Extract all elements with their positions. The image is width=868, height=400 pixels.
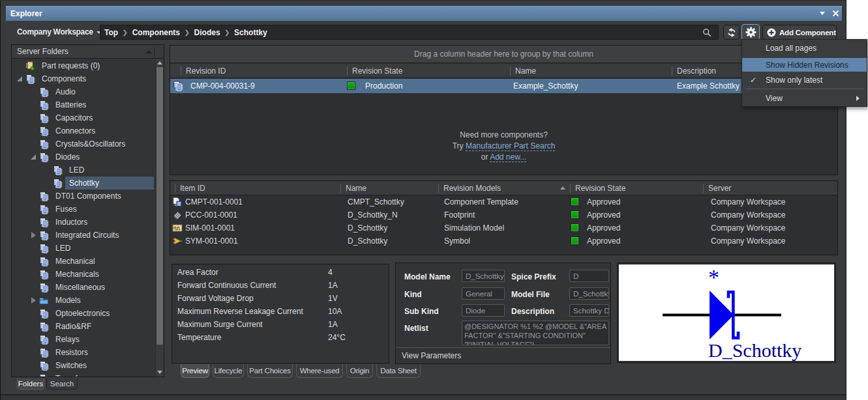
add-component-button[interactable]: Add Component [762, 25, 837, 40]
tree-item[interactable]: Integrated Circuits [12, 229, 164, 242]
column-header-revision-id[interactable]: Revision ID [181, 64, 347, 78]
tree-expand-icon[interactable] [30, 258, 37, 264]
parameter-row[interactable]: Maximum Surge Current 1A [172, 318, 389, 331]
tree-item[interactable]: Mechanical [12, 255, 164, 268]
column-header-revision-state[interactable]: Revision State [347, 64, 510, 78]
tree-item[interactable]: Inductors [12, 216, 164, 229]
tree-item[interactable]: LED [12, 242, 164, 255]
tree-item[interactable]: LED [12, 164, 164, 177]
panel-titlebar[interactable]: Explorer [6, 6, 842, 21]
tree-expand-icon[interactable] [30, 128, 37, 134]
tree-expand-icon[interactable] [30, 310, 37, 317]
model-field-value[interactable]: D_Schottky [462, 270, 505, 282]
workspace-selector[interactable]: Company Workspace [17, 27, 102, 36]
revision-row-selected[interactable]: CMP-004-00031-9 Production Example_Schot… [170, 79, 837, 93]
tree-item[interactable]: Mechanicals [12, 268, 164, 281]
tree-expand-icon[interactable] [30, 245, 37, 251]
tree-item[interactable]: Diodes [12, 150, 164, 164]
breadcrumb-item[interactable]: Components ❯ [132, 28, 190, 37]
tree-expand-icon[interactable] [30, 115, 37, 121]
breadcrumb-item[interactable]: Diodes ❯ [194, 28, 230, 37]
tree-expand-icon[interactable] [30, 219, 37, 225]
settings-button[interactable] [741, 24, 760, 40]
item-row[interactable]: SIM-001-0001 D_Schottky Simulation Model… [170, 221, 837, 235]
tree-item[interactable]: Fuses [12, 203, 164, 216]
tree-expand-icon[interactable] [30, 232, 37, 238]
tree-item[interactable]: Batteries [12, 98, 164, 111]
tree-item[interactable]: Miscellaneous [12, 281, 164, 294]
sidebar-tab[interactable]: Search [46, 379, 78, 390]
panel-collapse-icon[interactable] [820, 12, 825, 15]
column-header-item-id[interactable]: Item ID [175, 181, 340, 195]
tree-item[interactable]: Models [12, 294, 164, 307]
item-row[interactable]: CMPT-001-0001 CMPT_Schottky Component Te… [170, 195, 837, 208]
breadcrumb-item[interactable]: Top ❯ [104, 28, 128, 37]
tree-expand-icon[interactable] [30, 323, 37, 330]
preview-tab[interactable]: Origin [346, 364, 373, 378]
preview-tab[interactable]: Data Sheet [376, 364, 421, 378]
preview-tab[interactable]: Where-used [296, 364, 343, 378]
netlist-value[interactable]: @DESIGNATOR %1 %2 @MODEL &"AREA FACTOR" … [462, 321, 609, 345]
column-header-name[interactable]: Name [510, 64, 672, 78]
tree-expand-icon[interactable] [44, 180, 50, 186]
column-header-server[interactable]: Server [703, 181, 837, 195]
tree-item[interactable]: Switches [12, 359, 164, 372]
tree-expand-icon[interactable] [30, 102, 37, 108]
parameter-row[interactable]: Temperature 24°C [172, 331, 389, 344]
tree-expand-icon[interactable] [30, 375, 37, 377]
tree-item[interactable]: Connectors [12, 124, 164, 137]
model-field-value[interactable]: Diode [462, 304, 505, 317]
item-row[interactable]: PCC-001-0001 D_Schottky_N Footprint Appr… [170, 208, 837, 221]
scrollbar-thumb[interactable] [157, 67, 163, 345]
menu-item-view[interactable]: View [742, 89, 867, 107]
tree-item[interactable]: Optoelectronics [12, 307, 164, 320]
tree-scrollbar[interactable] [155, 59, 164, 377]
preview-tab[interactable]: Preview [181, 364, 209, 378]
panel-close-icon[interactable] [832, 10, 839, 17]
model-field-value[interactable]: D [569, 270, 609, 282]
column-header-revision-models[interactable]: Revision Models [438, 181, 570, 195]
parameter-row[interactable]: Area Factor 4 [172, 266, 389, 279]
tree-expand-icon[interactable] [30, 89, 37, 95]
tree-expand-icon[interactable] [30, 271, 37, 278]
menu-item-load-all-pages[interactable]: Load all pages [742, 40, 867, 56]
search-icon[interactable] [702, 27, 712, 38]
model-field-value[interactable]: Schottky D [569, 304, 609, 317]
tree-item[interactable]: Audio [12, 85, 164, 98]
preview-tab[interactable]: Part Choices [247, 364, 293, 378]
tree-expand-icon[interactable] [30, 297, 37, 304]
group-by-hint[interactable]: Drag a column header here to group by th… [170, 46, 837, 63]
refresh-button[interactable] [723, 25, 740, 40]
tree-expand-icon[interactable] [30, 349, 37, 356]
item-row[interactable]: SYM-001-0001 D_Schottky Symbol Approved … [170, 235, 837, 248]
tree-item[interactable]: Schottky [12, 177, 164, 190]
breadcrumb-item[interactable]: Schottky ❯ [234, 28, 267, 37]
tree-expand-icon[interactable] [30, 206, 37, 212]
tree-item[interactable]: Capacitors [12, 111, 164, 124]
model-field-value[interactable]: D_Schottky [569, 287, 609, 300]
preview-tab[interactable]: Lifecycle [213, 364, 244, 378]
parameter-row[interactable]: Maximum Reverse Leakage Current 10A [172, 305, 389, 318]
tree-item[interactable]: Resistors [12, 346, 164, 359]
tree-item[interactable]: Relays [12, 333, 164, 346]
tree-expand-icon[interactable] [30, 362, 37, 369]
view-parameters-bar[interactable]: View Parameters [396, 347, 610, 364]
scroll-up-icon[interactable] [156, 59, 164, 66]
tree-item[interactable]: Transformers [12, 372, 164, 377]
add-new-link[interactable]: Add new... [490, 152, 526, 162]
column-header-item-revision-state[interactable]: Revision State [570, 181, 703, 195]
tree-item[interactable]: Components [12, 72, 164, 85]
tree-item[interactable]: Crystals&Oscillators [12, 137, 164, 150]
tree-expand-icon[interactable] [44, 167, 50, 173]
parameter-row[interactable]: Forward Continuous Current 1A [172, 279, 389, 292]
tree-expand-icon[interactable] [30, 141, 37, 147]
model-field-value[interactable]: General [462, 287, 505, 300]
manufacturer-part-search-link[interactable]: Manufacturer Part Search [466, 141, 555, 151]
server-folders-header[interactable]: Server Folders [12, 45, 164, 59]
tree-expand-icon[interactable] [16, 76, 23, 82]
tree-item[interactable]: Part requests (0) [12, 59, 164, 72]
tree-expand-icon[interactable] [30, 193, 37, 199]
tree-item[interactable]: DT01 Components [12, 190, 164, 203]
menu-item-show-only-latest[interactable]: ✓ Show only latest [742, 72, 867, 88]
sidebar-tab[interactable]: Folders [17, 379, 44, 390]
